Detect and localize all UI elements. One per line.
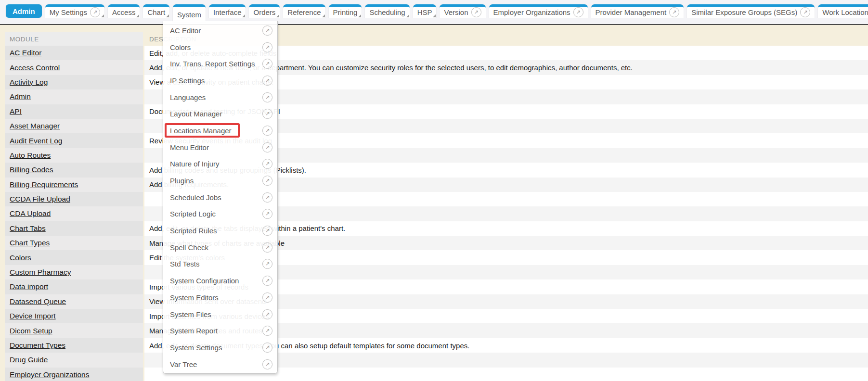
menu-item-system-editors[interactable]: System Editors↗ — [163, 289, 277, 306]
tab-label: Orders — [253, 8, 275, 16]
table-row: Asset Manager — [5, 119, 143, 133]
tab-access[interactable]: Access — [108, 4, 140, 18]
tab-work-locations[interactable]: Work Locations↗ — [818, 4, 868, 18]
open-in-new-icon: ↗ — [262, 109, 272, 119]
module-link-auto-routes[interactable]: Auto Routes — [10, 151, 51, 160]
tab-similar-exposure-groups-segs[interactable]: Similar Exposure Groups (SEGs)↗ — [687, 4, 815, 18]
menu-item-system-configuration[interactable]: System Configuration↗ — [163, 272, 277, 289]
menu-item-scripted-rules[interactable]: Scripted Rules↗ — [163, 222, 277, 239]
module-link-activity-log[interactable]: Activity Log — [10, 78, 48, 87]
tab-version[interactable]: Version↗ — [440, 4, 485, 18]
module-link-data-import[interactable]: Data import — [10, 282, 48, 291]
table-row: API — [5, 104, 143, 119]
tab-admin[interactable]: Admin — [6, 4, 42, 18]
menu-item-label: Plugins — [170, 177, 194, 185]
submenu-fold-icon — [322, 14, 325, 17]
menu-item-layout-manager[interactable]: Layout Manager↗ — [163, 105, 277, 122]
tab-interface[interactable]: Interface — [209, 4, 246, 18]
module-link-ccda-file-upload[interactable]: CCDA File Upload — [10, 195, 70, 203]
tab-label: Printing — [333, 8, 358, 16]
menu-item-ip-settings[interactable]: IP Settings↗ — [163, 72, 277, 89]
menu-item-system-files[interactable]: System Files↗ — [163, 306, 277, 323]
open-in-new-icon: ↗ — [262, 292, 272, 303]
tab-label: Work Locations — [822, 8, 868, 16]
menu-item-inv-trans-report-settings[interactable]: Inv. Trans. Report Settings↗ — [163, 55, 277, 72]
menu-item-colors[interactable]: Colors↗ — [163, 39, 277, 56]
module-link-ac-editor[interactable]: AC Editor — [10, 49, 41, 57]
menu-item-plugins[interactable]: Plugins↗ — [163, 172, 277, 189]
tab-employer-organizations[interactable]: Employer Organizations↗ — [489, 4, 588, 18]
menu-item-nature-of-injury[interactable]: Nature of Injury↗ — [163, 156, 277, 173]
tab-printing[interactable]: Printing — [329, 4, 362, 18]
tab-scheduling[interactable]: Scheduling — [365, 4, 409, 18]
table-row: Auto Routes — [5, 148, 143, 163]
module-link-billing-requirements[interactable]: Billing Requirements — [10, 180, 78, 189]
table-row: CCDA File Upload — [5, 192, 143, 206]
tab-orders[interactable]: Orders — [249, 4, 280, 18]
module-link-custom-pharmacy[interactable]: Custom Pharmacy — [10, 268, 71, 277]
module-link-cda-upload[interactable]: CDA Upload — [10, 209, 51, 218]
nav-tabs: AdminMy Settings↗AccessChartSystemInterf… — [6, 4, 868, 22]
module-link-document-types[interactable]: Document Types — [10, 341, 65, 350]
table-row: Billing Requirements — [5, 178, 143, 192]
open-in-new-icon: ↗ — [262, 209, 272, 219]
tab-chart[interactable]: Chart — [143, 4, 169, 18]
module-link-dicom-setup[interactable]: Dicom Setup — [10, 327, 52, 335]
table-row: Datasend Queue — [5, 294, 143, 309]
top-nav: AdminMy Settings↗AccessChartSystemInterf… — [0, 0, 868, 25]
menu-item-label: Std Tests — [170, 260, 199, 268]
tab-reference[interactable]: Reference — [283, 4, 325, 18]
open-in-new-icon: ↗ — [262, 76, 272, 86]
table-row: Dicom Setup — [5, 323, 143, 338]
open-in-new-icon: ↗ — [573, 7, 583, 17]
tab-label: Chart — [147, 8, 165, 16]
module-link-audit-event-log[interactable]: Audit Event Log — [10, 137, 62, 145]
open-in-new-icon: ↗ — [262, 326, 272, 336]
open-in-new-icon: ↗ — [262, 59, 272, 69]
module-link-admin[interactable]: Admin — [10, 92, 31, 101]
module-link-api[interactable]: API — [10, 107, 22, 116]
menu-item-system-report[interactable]: System Report↗ — [163, 322, 277, 339]
menu-item-scheduled-jobs[interactable]: Scheduled Jobs↗ — [163, 189, 277, 206]
menu-item-menu-editor[interactable]: Menu Editor↗ — [163, 139, 277, 156]
menu-item-std-tests[interactable]: Std Tests↗ — [163, 256, 277, 273]
module-link-access-control[interactable]: Access Control — [10, 64, 60, 72]
submenu-fold-icon — [406, 14, 409, 17]
menu-item-label: System Files — [170, 310, 211, 318]
tab-hsp[interactable]: HSP — [413, 4, 437, 18]
tab-label: Version — [444, 8, 468, 16]
tab-system[interactable]: System — [173, 4, 206, 22]
tab-label: Reference — [287, 8, 321, 16]
module-link-chart-types[interactable]: Chart Types — [10, 239, 50, 247]
menu-item-label: Var Tree — [170, 360, 197, 368]
tab-label: Similar Exposure Groups (SEGs) — [691, 8, 797, 16]
table-row: Chart Types — [5, 236, 143, 250]
menu-item-scripted-logic[interactable]: Scripted Logic↗ — [163, 206, 277, 223]
table-row: Admin — [5, 89, 143, 104]
tab-provider-management[interactable]: Provider Management↗ — [591, 4, 684, 18]
menu-item-system-settings[interactable]: System Settings↗ — [163, 339, 277, 356]
tab-my-settings[interactable]: My Settings↗ — [45, 4, 104, 18]
menu-item-spell-check[interactable]: Spell Check↗ — [163, 239, 277, 256]
open-in-new-icon: ↗ — [262, 176, 272, 186]
open-in-new-icon: ↗ — [262, 192, 272, 203]
menu-item-label: Scheduled Jobs — [170, 193, 221, 202]
open-in-new-icon: ↗ — [262, 359, 272, 369]
open-in-new-icon: ↗ — [800, 7, 810, 17]
menu-item-locations-manager[interactable]: Locations Manager↗ — [163, 122, 277, 139]
module-link-chart-tabs[interactable]: Chart Tabs — [10, 224, 46, 233]
module-link-datasend-queue[interactable]: Datasend Queue — [10, 297, 66, 306]
table-row: Document Types — [5, 338, 143, 353]
module-link-device-import[interactable]: Device Import — [10, 312, 56, 320]
table-row: CDA Upload — [5, 206, 143, 221]
menu-item-label: Spell Check — [170, 243, 208, 252]
open-in-new-icon: ↗ — [262, 42, 272, 52]
menu-item-languages[interactable]: Languages↗ — [163, 89, 277, 106]
menu-item-var-tree[interactable]: Var Tree↗ — [163, 356, 277, 373]
module-link-billing-codes[interactable]: Billing Codes — [10, 165, 53, 174]
module-link-drug-guide[interactable]: Drug Guide — [10, 356, 48, 364]
module-link-colors[interactable]: Colors — [10, 254, 31, 262]
menu-item-ac-editor[interactable]: AC Editor↗ — [163, 22, 277, 39]
module-link-employer-organizations[interactable]: Employer Organizations — [10, 370, 89, 379]
module-link-asset-manager[interactable]: Asset Manager — [10, 122, 60, 130]
